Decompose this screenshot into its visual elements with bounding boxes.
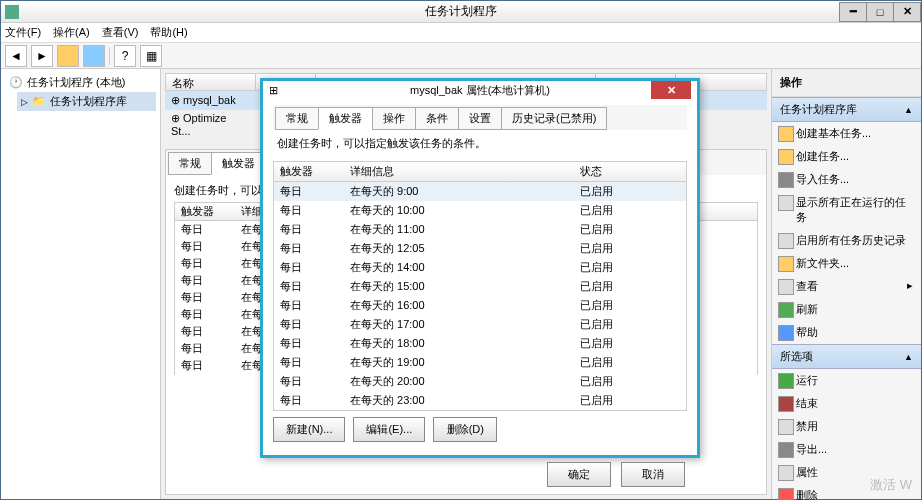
trigger-row[interactable]: 每日在每天的 11:00已启用 xyxy=(274,220,686,239)
clock-icon: 🕐 xyxy=(9,76,23,89)
window-title: 任务计划程序 xyxy=(425,3,497,20)
menu-action[interactable]: 操作(A) xyxy=(53,25,90,40)
tree-panel: 🕐 任务计划程序 (本地) ▷ 📁 任务计划程序库 xyxy=(1,69,161,499)
th-trigger[interactable]: 触发器 xyxy=(274,162,344,181)
maximize-button[interactable]: □ xyxy=(866,2,894,22)
col-name[interactable]: 名称 xyxy=(166,74,256,90)
action-item[interactable]: 创建任务... xyxy=(772,145,921,168)
detail-tab[interactable]: 常规 xyxy=(168,152,212,175)
back-button[interactable]: ◄ xyxy=(5,45,27,67)
dialog-tab[interactable]: 设置 xyxy=(458,107,502,130)
folder-icon: 📁 xyxy=(32,95,46,108)
actions-section-selected[interactable]: 所选项 ▲ xyxy=(772,344,921,369)
delete-button[interactable]: 删除(D) xyxy=(433,417,497,442)
action-item[interactable]: 导出... xyxy=(772,438,921,461)
th-status[interactable]: 状态 xyxy=(574,162,654,181)
trigger-row[interactable]: 每日在每天的 14:00已启用 xyxy=(274,258,686,277)
forward-button[interactable]: ► xyxy=(31,45,53,67)
edit-button[interactable]: 编辑(E)... xyxy=(353,417,425,442)
dialog-title: mysql_bak 属性(本地计算机) xyxy=(410,83,550,98)
dialog-desc: 创建任务时，可以指定触发该任务的条件。 xyxy=(273,130,687,161)
properties-dialog: ⊞ mysql_bak 属性(本地计算机) ✕ 常规触发器操作条件设置历史记录(… xyxy=(260,78,700,458)
action-item[interactable]: 结束 xyxy=(772,392,921,415)
dialog-tab[interactable]: 历史记录(已禁用) xyxy=(501,107,607,130)
action-item[interactable]: 显示所有正在运行的任务 xyxy=(772,191,921,229)
toolbar: ◄ ► ? ▦ xyxy=(1,43,921,69)
action-item[interactable]: 帮助 xyxy=(772,321,921,344)
trigger-row[interactable]: 每日在每天的 20:00已启用 xyxy=(274,372,686,391)
trigger-row[interactable]: 每日在每天的 19:00已启用 xyxy=(274,353,686,372)
menubar: 文件(F) 操作(A) 查看(V) 帮助(H) xyxy=(1,23,921,43)
collapse-icon: ▲ xyxy=(904,352,913,362)
trigger-row[interactable]: 每日在每天的 12:05已启用 xyxy=(274,239,686,258)
action-item[interactable]: 刷新 xyxy=(772,298,921,321)
detail-tab[interactable]: 触发器 xyxy=(211,152,266,175)
actions-header: 操作 xyxy=(772,69,921,97)
actions-section-library[interactable]: 任务计划程序库 ▲ xyxy=(772,97,921,122)
tool-button-4[interactable]: ▦ xyxy=(140,45,162,67)
menu-file[interactable]: 文件(F) xyxy=(5,25,41,40)
action-item[interactable]: 新文件夹... xyxy=(772,252,921,275)
dialog-tab[interactable]: 操作 xyxy=(372,107,416,130)
trigger-row[interactable]: 每日在每天的 23:00已启用 xyxy=(274,391,686,410)
action-item[interactable]: 创建基本任务... xyxy=(772,122,921,145)
close-button[interactable]: ✕ xyxy=(893,2,921,22)
dialog-tabs: 常规触发器操作条件设置历史记录(已禁用) xyxy=(273,105,687,130)
trigger-row[interactable]: 每日在每天的 16:00已启用 xyxy=(274,296,686,315)
app-icon xyxy=(5,5,19,19)
dialog-icon: ⊞ xyxy=(269,84,278,97)
dialog-titlebar: ⊞ mysql_bak 属性(本地计算机) ✕ xyxy=(263,81,697,99)
dialog-close-button[interactable]: ✕ xyxy=(651,81,691,99)
titlebar: 任务计划程序 ━ □ ✕ xyxy=(1,1,921,23)
tree-root[interactable]: 🕐 任务计划程序 (本地) xyxy=(5,73,156,92)
trigger-row[interactable]: 每日在每天的 10:00已启用 xyxy=(274,201,686,220)
expand-icon: ▷ xyxy=(21,97,28,107)
bh-trigger[interactable]: 触发器 xyxy=(175,203,235,220)
actions-panel: 操作 任务计划程序库 ▲ 创建基本任务...创建任务...导入任务...显示所有… xyxy=(771,69,921,499)
trigger-row[interactable]: 每日在每天的 17:00已启用 xyxy=(274,315,686,334)
menu-view[interactable]: 查看(V) xyxy=(102,25,139,40)
new-button[interactable]: 新建(N)... xyxy=(273,417,345,442)
action-item[interactable]: 禁用 xyxy=(772,415,921,438)
cancel-button[interactable]: 取消 xyxy=(621,462,685,487)
dialog-tab[interactable]: 触发器 xyxy=(318,107,373,130)
dialog-tab[interactable]: 常规 xyxy=(275,107,319,130)
ok-button[interactable]: 确定 xyxy=(547,462,611,487)
tool-button-3[interactable]: ? xyxy=(114,45,136,67)
watermark: 激活 W xyxy=(870,476,912,494)
action-item[interactable]: 运行 xyxy=(772,369,921,392)
trigger-row[interactable]: 每日在每天的 15:00已启用 xyxy=(274,277,686,296)
tool-button-1[interactable] xyxy=(57,45,79,67)
tree-library[interactable]: ▷ 📁 任务计划程序库 xyxy=(17,92,156,111)
collapse-icon: ▲ xyxy=(904,105,913,115)
trigger-row[interactable]: 每日在每天的 9:00已启用 xyxy=(274,182,686,201)
trigger-table: 触发器 详细信息 状态 每日在每天的 9:00已启用每日在每天的 10:00已启… xyxy=(273,161,687,411)
minimize-button[interactable]: ━ xyxy=(839,2,867,22)
action-item[interactable]: 查看 ▸ xyxy=(772,275,921,298)
menu-help[interactable]: 帮助(H) xyxy=(150,25,187,40)
action-item[interactable]: 导入任务... xyxy=(772,168,921,191)
trigger-row[interactable]: 每日在每天的 18:00已启用 xyxy=(274,334,686,353)
dialog-tab[interactable]: 条件 xyxy=(415,107,459,130)
action-item[interactable]: 启用所有任务历史记录 xyxy=(772,229,921,252)
tool-button-2[interactable] xyxy=(83,45,105,67)
th-detail[interactable]: 详细信息 xyxy=(344,162,574,181)
